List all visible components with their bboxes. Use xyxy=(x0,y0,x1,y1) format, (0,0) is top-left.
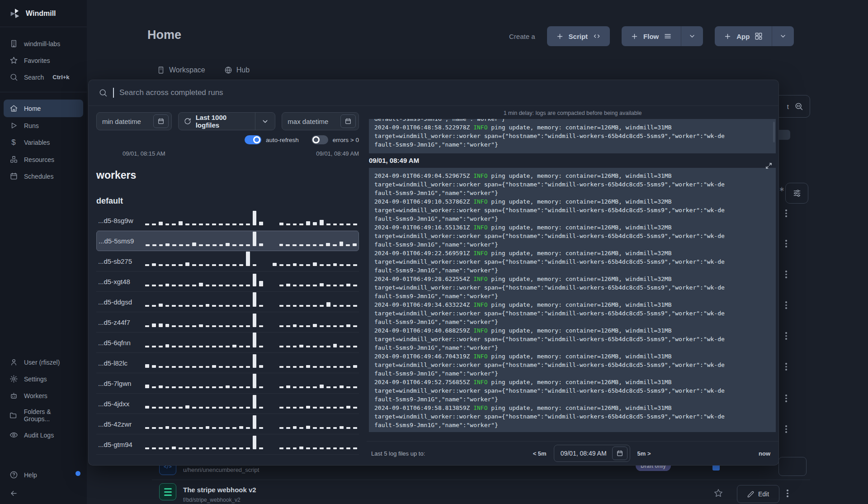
log-footer-label: Last 5 log files up to: xyxy=(371,450,425,457)
now-button[interactable]: now xyxy=(759,450,770,457)
worker-row[interactable]: ...d5-8sg9w xyxy=(96,210,359,231)
worker-name: ...d5-l82lc xyxy=(98,359,145,367)
tab-workspace[interactable]: Workspace xyxy=(157,66,205,74)
sidebar-item-resources[interactable]: Resources xyxy=(0,151,87,168)
sidebar-item-search[interactable]: Search Ctrl+k xyxy=(0,69,87,86)
logfiles-select[interactable]: Last 1000 logfiles xyxy=(178,112,276,130)
log-datetime-input[interactable]: 09/01, 08:49 AM xyxy=(554,445,630,462)
create-app-button[interactable]: App xyxy=(715,26,772,46)
calendar-button[interactable] xyxy=(153,114,169,128)
logfiles-dropdown-chevron[interactable] xyxy=(255,113,275,130)
sidebar-item-audit-logs[interactable]: Audit Logs xyxy=(0,427,87,443)
row-menu-kebab[interactable] xyxy=(785,240,787,247)
row-menu-kebab[interactable] xyxy=(785,209,787,217)
worker-row[interactable]: ...d5-4jdxx xyxy=(96,394,359,414)
worker-row[interactable]: ...d5-6qfnn xyxy=(96,333,359,353)
log-block-current[interactable]: 2024-09-01T06:49:04.529675Z INFO ping up… xyxy=(369,168,776,432)
worker-name: ...d5-4jdxx xyxy=(98,400,145,408)
worker-row[interactable]: ...d5-42zwr xyxy=(96,414,359,434)
sidebar-item-home[interactable]: Home xyxy=(4,100,83,117)
create-flow-dropdown[interactable] xyxy=(681,26,703,46)
flow-icon xyxy=(159,483,176,500)
sidebar-item-user[interactable]: User (rfiszel) xyxy=(0,354,87,371)
tab-hub[interactable]: Hub xyxy=(224,66,250,74)
auto-refresh-toggle[interactable] xyxy=(245,135,261,144)
sidebar-item-settings[interactable]: Settings xyxy=(0,371,87,387)
expand-icon[interactable] xyxy=(765,162,772,169)
worker-row[interactable]: ...d5-xgt48 xyxy=(96,271,359,292)
log-entry: 2024-09-01T06:49:16.551361Z INFO ping up… xyxy=(374,223,725,249)
calendar-button[interactable] xyxy=(340,114,356,128)
worker-sparkline xyxy=(145,417,357,431)
sidebar-item-schedules[interactable]: Schedules xyxy=(0,168,87,185)
back-5m-button[interactable]: < 5m xyxy=(533,450,547,457)
worker-row[interactable]: ...d5-gtm94 xyxy=(96,434,359,455)
create-app-dropdown[interactable] xyxy=(772,26,794,46)
favorite-star-icon[interactable] xyxy=(713,488,723,498)
building-icon xyxy=(9,39,18,48)
building-icon xyxy=(157,66,165,74)
notification-dot xyxy=(75,471,80,476)
worker-sparkline xyxy=(145,213,357,228)
edit-button[interactable]: Edit xyxy=(737,485,779,503)
calendar-button[interactable] xyxy=(612,447,627,460)
filters-button[interactable] xyxy=(785,183,808,204)
eye-icon xyxy=(9,431,18,439)
chevron-down-icon xyxy=(779,33,787,40)
max-datetime-input[interactable]: max datetime xyxy=(282,112,359,130)
sidebar-item-folders[interactable]: Folders & Groups... xyxy=(0,404,87,427)
worker-row[interactable]: ...d5-l82lc xyxy=(96,353,359,373)
sidebar-item-help[interactable]: Help xyxy=(0,466,87,483)
sidebar-item-favorites[interactable]: Favorites xyxy=(0,52,87,69)
worker-row[interactable]: ...d5-ddgsd xyxy=(96,292,359,312)
row-menu-kebab[interactable] xyxy=(785,395,787,402)
play-icon xyxy=(9,121,18,130)
worker-row[interactable]: ...d5-7lgwn xyxy=(96,373,359,394)
runs-search-bar[interactable]: Search across completed runs xyxy=(89,80,778,106)
app-grid-icon xyxy=(755,32,763,40)
worker-sparkline xyxy=(145,254,357,268)
errors-toggle[interactable] xyxy=(311,135,328,144)
worker-row[interactable]: ...d5-sb275 xyxy=(96,251,359,271)
sidebar-item-workers[interactable]: Workers xyxy=(0,387,87,404)
row-menu-kebab[interactable] xyxy=(785,301,787,309)
row-menu-kebab[interactable] xyxy=(785,332,787,340)
workers-heading: workers xyxy=(96,169,359,181)
log-entry: 2024-09-01T06:49:58.813859Z INFO ping up… xyxy=(374,404,725,429)
row-menu-kebab[interactable] xyxy=(785,363,787,371)
star-icon xyxy=(9,56,18,65)
search-shortcut: Ctrl+k xyxy=(52,74,69,81)
sliders-icon xyxy=(793,189,802,198)
row-menu-kebab[interactable] xyxy=(785,425,787,433)
worker-name: ...d5-7lgwn xyxy=(98,380,145,387)
home-icon xyxy=(9,104,18,113)
log-section-date: 09/01, 08:49 AM xyxy=(369,157,778,164)
workspace-name: windmill-labs xyxy=(24,40,60,48)
workers-panel: min datetime Last 1000 logfiles xyxy=(89,106,367,465)
forward-5m-button[interactable]: 5m > xyxy=(637,450,651,457)
search-icon xyxy=(9,73,18,81)
create-script-button[interactable]: Script xyxy=(547,26,610,46)
sidebar-item-variables[interactable]: $ Variables xyxy=(0,134,87,151)
resources-label: Resources xyxy=(24,156,54,163)
sidebar-collapse-button[interactable] xyxy=(0,485,87,502)
service-logs-drawer: Search across completed runs min datetim… xyxy=(88,80,779,466)
range-start-label: 09/01, 08:15 AM xyxy=(123,150,165,157)
create-flow-button[interactable]: Flow xyxy=(622,26,681,46)
min-datetime-input[interactable]: min datetime xyxy=(96,112,172,130)
worker-row[interactable]: ...d5-5sms9 xyxy=(96,231,359,251)
flow-row-menu[interactable] xyxy=(787,490,788,497)
worker-row[interactable]: ...d5-z44f7 xyxy=(96,312,359,333)
row-menu-kebab[interactable] xyxy=(785,271,787,278)
log-block-previous[interactable]: default-5sms9-Jmn1G","name":"worker"} 20… xyxy=(369,119,776,153)
log-scrollbar[interactable] xyxy=(773,122,775,143)
create-script-label: Script xyxy=(569,33,588,40)
worker-sparkline xyxy=(145,437,357,452)
script-row-button[interactable] xyxy=(778,457,807,476)
sidebar-item-workspace[interactable]: windmill-labs xyxy=(0,35,87,52)
app-logo-row[interactable]: Windmill xyxy=(0,0,87,27)
user-icon xyxy=(9,358,18,366)
dollar-icon: $ xyxy=(9,138,18,147)
sidebar-item-runs[interactable]: Runs xyxy=(0,117,87,134)
create-app-label: App xyxy=(736,33,750,40)
